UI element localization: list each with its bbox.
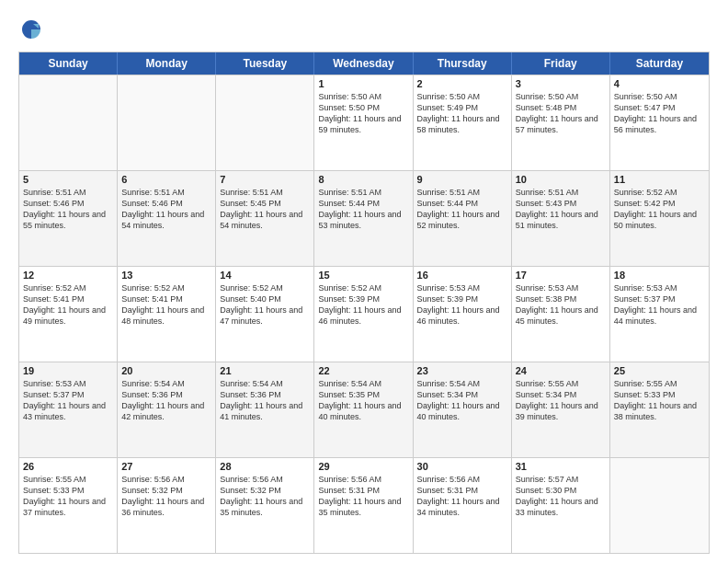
calendar-cell-12: 12Sunrise: 5:52 AM Sunset: 5:41 PM Dayli… [19,267,118,362]
day-number: 21 [220,365,310,376]
weekday-header-friday: Friday [512,52,610,75]
cell-sun-info: Sunrise: 5:52 AM Sunset: 5:39 PM Dayligh… [318,282,408,327]
calendar-cell-11: 11Sunrise: 5:52 AM Sunset: 5:42 PM Dayli… [610,171,709,266]
cell-sun-info: Sunrise: 5:50 AM Sunset: 5:47 PM Dayligh… [614,91,705,136]
day-number: 10 [516,174,606,185]
calendar-cell-empty-r0c1 [118,75,216,170]
calendar-cell-10: 10Sunrise: 5:51 AM Sunset: 5:43 PM Dayli… [512,171,610,266]
day-number: 30 [417,461,507,472]
cell-sun-info: Sunrise: 5:52 AM Sunset: 5:41 PM Dayligh… [121,282,211,327]
day-number: 19 [23,365,113,376]
cell-sun-info: Sunrise: 5:56 AM Sunset: 5:32 PM Dayligh… [121,474,211,519]
day-number: 26 [23,461,113,472]
day-number: 18 [614,270,705,281]
cell-sun-info: Sunrise: 5:53 AM Sunset: 5:37 PM Dayligh… [23,378,113,423]
calendar-cell-31: 31Sunrise: 5:57 AM Sunset: 5:30 PM Dayli… [512,458,610,553]
calendar-cell-7: 7Sunrise: 5:51 AM Sunset: 5:45 PM Daylig… [216,171,314,266]
calendar-row-3: 19Sunrise: 5:53 AM Sunset: 5:37 PM Dayli… [19,362,709,457]
day-number: 11 [614,174,705,185]
calendar-cell-4: 4Sunrise: 5:50 AM Sunset: 5:47 PM Daylig… [610,75,709,170]
cell-sun-info: Sunrise: 5:56 AM Sunset: 5:31 PM Dayligh… [318,474,408,519]
calendar-body: 1Sunrise: 5:50 AM Sunset: 5:50 PM Daylig… [19,75,709,553]
cell-sun-info: Sunrise: 5:54 AM Sunset: 5:36 PM Dayligh… [121,378,211,423]
day-number: 27 [121,461,211,472]
weekday-header-monday: Monday [118,52,216,75]
cell-sun-info: Sunrise: 5:53 AM Sunset: 5:39 PM Dayligh… [417,282,507,327]
day-number: 12 [23,270,113,281]
calendar-cell-25: 25Sunrise: 5:55 AM Sunset: 5:33 PM Dayli… [610,362,709,457]
cell-sun-info: Sunrise: 5:51 AM Sunset: 5:46 PM Dayligh… [23,187,113,232]
weekday-header-thursday: Thursday [414,52,512,75]
calendar-cell-29: 29Sunrise: 5:56 AM Sunset: 5:31 PM Dayli… [314,458,413,553]
calendar: SundayMondayTuesdayWednesdayThursdayFrid… [18,52,710,554]
cell-sun-info: Sunrise: 5:54 AM Sunset: 5:36 PM Dayligh… [220,378,310,423]
day-number: 1 [318,78,408,89]
day-number: 5 [23,174,113,185]
day-number: 7 [220,174,310,185]
calendar-cell-24: 24Sunrise: 5:55 AM Sunset: 5:34 PM Dayli… [512,362,610,457]
cell-sun-info: Sunrise: 5:55 AM Sunset: 5:34 PM Dayligh… [516,378,606,423]
calendar-cell-19: 19Sunrise: 5:53 AM Sunset: 5:37 PM Dayli… [19,362,118,457]
calendar-cell-2: 2Sunrise: 5:50 AM Sunset: 5:49 PM Daylig… [414,75,512,170]
weekday-header-tuesday: Tuesday [216,52,314,75]
day-number: 8 [318,174,408,185]
calendar-cell-13: 13Sunrise: 5:52 AM Sunset: 5:41 PM Dayli… [118,267,216,362]
calendar-header: SundayMondayTuesdayWednesdayThursdayFrid… [19,52,709,75]
day-number: 16 [417,270,507,281]
cell-sun-info: Sunrise: 5:52 AM Sunset: 5:41 PM Dayligh… [23,282,113,327]
calendar-cell-16: 16Sunrise: 5:53 AM Sunset: 5:39 PM Dayli… [414,267,512,362]
calendar-cell-empty-r0c2 [216,75,314,170]
calendar-cell-15: 15Sunrise: 5:52 AM Sunset: 5:39 PM Dayli… [314,267,413,362]
calendar-cell-5: 5Sunrise: 5:51 AM Sunset: 5:46 PM Daylig… [19,171,118,266]
calendar-cell-23: 23Sunrise: 5:54 AM Sunset: 5:34 PM Dayli… [414,362,512,457]
day-number: 2 [417,78,507,89]
calendar-row-1: 5Sunrise: 5:51 AM Sunset: 5:46 PM Daylig… [19,170,709,266]
day-number: 20 [121,365,211,376]
day-number: 28 [220,461,310,472]
calendar-cell-14: 14Sunrise: 5:52 AM Sunset: 5:40 PM Dayli… [216,267,314,362]
calendar-cell-empty-r0c0 [19,75,118,170]
weekday-header-wednesday: Wednesday [314,52,413,75]
cell-sun-info: Sunrise: 5:55 AM Sunset: 5:33 PM Dayligh… [614,378,705,423]
calendar-cell-22: 22Sunrise: 5:54 AM Sunset: 5:35 PM Dayli… [314,362,413,457]
header [18,17,710,42]
day-number: 4 [614,78,705,89]
cell-sun-info: Sunrise: 5:52 AM Sunset: 5:42 PM Dayligh… [614,187,705,232]
day-number: 14 [220,270,310,281]
calendar-cell-27: 27Sunrise: 5:56 AM Sunset: 5:32 PM Dayli… [118,458,216,553]
day-number: 25 [614,365,705,376]
cell-sun-info: Sunrise: 5:50 AM Sunset: 5:50 PM Dayligh… [318,91,408,136]
calendar-cell-9: 9Sunrise: 5:51 AM Sunset: 5:44 PM Daylig… [414,171,512,266]
calendar-row-0: 1Sunrise: 5:50 AM Sunset: 5:50 PM Daylig… [19,75,709,170]
logo-icon [18,17,44,42]
cell-sun-info: Sunrise: 5:57 AM Sunset: 5:30 PM Dayligh… [516,474,606,519]
cell-sun-info: Sunrise: 5:51 AM Sunset: 5:45 PM Dayligh… [220,187,310,232]
weekday-header-saturday: Saturday [610,52,709,75]
cell-sun-info: Sunrise: 5:54 AM Sunset: 5:34 PM Dayligh… [417,378,507,423]
logo [18,17,48,42]
cell-sun-info: Sunrise: 5:50 AM Sunset: 5:49 PM Dayligh… [417,91,507,136]
day-number: 9 [417,174,507,185]
cell-sun-info: Sunrise: 5:56 AM Sunset: 5:31 PM Dayligh… [417,474,507,519]
calendar-cell-6: 6Sunrise: 5:51 AM Sunset: 5:46 PM Daylig… [118,171,216,266]
cell-sun-info: Sunrise: 5:51 AM Sunset: 5:44 PM Dayligh… [417,187,507,232]
calendar-cell-empty-r4c6 [610,458,709,553]
calendar-row-4: 26Sunrise: 5:55 AM Sunset: 5:33 PM Dayli… [19,457,709,553]
calendar-cell-17: 17Sunrise: 5:53 AM Sunset: 5:38 PM Dayli… [512,267,610,362]
day-number: 3 [516,78,606,89]
day-number: 22 [318,365,408,376]
calendar-row-2: 12Sunrise: 5:52 AM Sunset: 5:41 PM Dayli… [19,266,709,362]
calendar-cell-18: 18Sunrise: 5:53 AM Sunset: 5:37 PM Dayli… [610,267,709,362]
cell-sun-info: Sunrise: 5:53 AM Sunset: 5:37 PM Dayligh… [614,282,705,327]
cell-sun-info: Sunrise: 5:53 AM Sunset: 5:38 PM Dayligh… [516,282,606,327]
calendar-cell-26: 26Sunrise: 5:55 AM Sunset: 5:33 PM Dayli… [19,458,118,553]
calendar-cell-21: 21Sunrise: 5:54 AM Sunset: 5:36 PM Dayli… [216,362,314,457]
cell-sun-info: Sunrise: 5:56 AM Sunset: 5:32 PM Dayligh… [220,474,310,519]
cell-sun-info: Sunrise: 5:51 AM Sunset: 5:46 PM Dayligh… [121,187,211,232]
cell-sun-info: Sunrise: 5:51 AM Sunset: 5:44 PM Dayligh… [318,187,408,232]
day-number: 13 [121,270,211,281]
day-number: 15 [318,270,408,281]
calendar-cell-20: 20Sunrise: 5:54 AM Sunset: 5:36 PM Dayli… [118,362,216,457]
day-number: 6 [121,174,211,185]
weekday-header-sunday: Sunday [19,52,118,75]
